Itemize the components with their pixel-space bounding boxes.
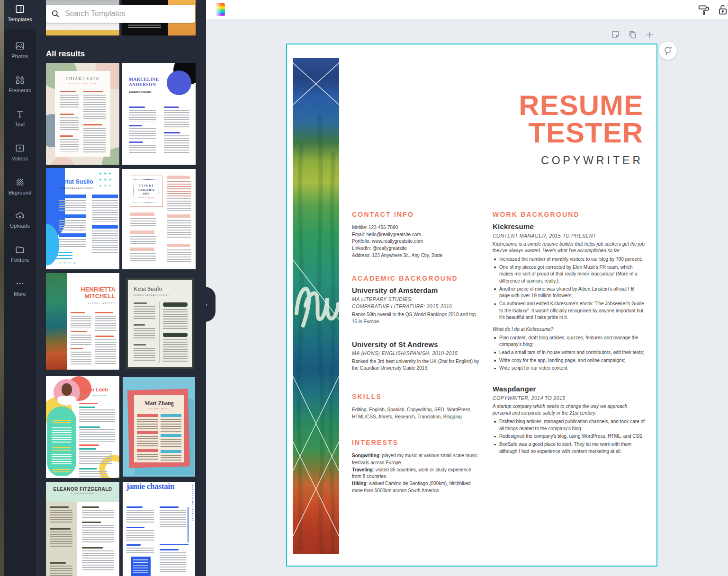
add-note-icon[interactable] xyxy=(611,29,621,42)
templates-panel: All results CHIAKI SATO ACCOUNT EXECUTIV… xyxy=(38,0,206,576)
decor xyxy=(167,214,190,218)
template-thumbnail-itsuki-takaha-shi[interactable]: ITSUKI TAKAHA SHI MEDIA PLANNER xyxy=(122,169,196,269)
decor xyxy=(164,132,180,133)
sidebar-item-photos[interactable]: Photos xyxy=(4,41,36,59)
decor xyxy=(95,336,114,337)
decor xyxy=(95,339,116,365)
decor xyxy=(82,550,114,572)
decor xyxy=(160,510,186,528)
editor-topbar xyxy=(206,0,728,20)
decor xyxy=(92,195,118,198)
list-item: Co-authored and edited Kickresume's eboo… xyxy=(493,301,645,321)
job-bullets: Drafted blog articles, managed publicati… xyxy=(493,418,645,455)
sidebar-item-videos[interactable]: Videos xyxy=(4,143,36,161)
decor xyxy=(130,253,156,263)
canvas-area: RESUME TESTER COPYWRITER CONTACT INFO Mo… xyxy=(206,20,728,576)
decor xyxy=(130,248,154,251)
template-thumbnail-chiaki-sato[interactable]: CHIAKI SATO ACCOUNT EXECUTIVE xyxy=(46,63,119,165)
decor xyxy=(130,213,154,216)
template-thumbnail-ketut-susilo-beige[interactable]: Ketut Susilo NEUROPHARMACOLOGIST xyxy=(126,278,194,369)
decor xyxy=(60,95,79,109)
abstract-painting-image[interactable] xyxy=(293,58,339,554)
contact-lines: Mobile: 123-456-7890Email: hello@reallyg… xyxy=(352,224,482,259)
academic-heading: ACADEMIC BACKGROUND xyxy=(352,275,482,282)
sidebar-item-label: Uploads xyxy=(10,223,30,229)
decor xyxy=(167,249,191,263)
panel-collapse-button[interactable]: ‹ xyxy=(203,287,216,322)
decor xyxy=(134,324,145,326)
duplicate-page-icon[interactable] xyxy=(627,29,638,42)
decor xyxy=(126,506,143,508)
decor xyxy=(59,233,86,237)
template-thumbnail-eleanor-fitzgerald[interactable]: ELEANOR FITZGERALD SIGN DESIGNER xyxy=(46,482,119,576)
decor xyxy=(83,91,103,92)
decor xyxy=(164,110,189,129)
decor xyxy=(79,448,96,450)
sidebar-item-templates[interactable]: Templates xyxy=(4,4,36,22)
template-title: HENRIETTA MITCHELL xyxy=(68,286,116,299)
sidebar-item-elements[interactable]: Elements xyxy=(4,75,36,93)
decor xyxy=(137,419,158,429)
template-thumbnail-jamie-chastain[interactable]: jamie chastain ADVERTISING CREATIVE xyxy=(123,482,195,576)
add-page-icon[interactable] xyxy=(644,29,655,42)
resume-title[interactable]: RESUME TESTER COPYWRITER xyxy=(519,92,643,167)
resume-right-column[interactable]: WORK BACKGROUND Kickresume CONTENT MANAG… xyxy=(493,211,645,494)
template-thumbnail-marceline-anderson[interactable]: MARCELINE ANDERSON Executive Assistant xyxy=(122,63,196,165)
template-thumbnail-matt-zhang[interactable]: Matt Zhang PR SPECIALIST xyxy=(123,377,195,477)
decor xyxy=(137,454,158,461)
decor xyxy=(82,522,101,523)
decor xyxy=(82,547,103,549)
sidebar-item-background[interactable]: Bkground xyxy=(4,177,36,195)
comment-plus-icon xyxy=(663,45,673,56)
decor xyxy=(126,544,141,546)
sidebar-item-label: Videos xyxy=(12,156,28,161)
decor xyxy=(131,557,151,576)
search-input[interactable] xyxy=(64,9,190,18)
template-subtitle: NEUROPHARMACOLOGIST xyxy=(59,187,94,189)
decor xyxy=(71,348,83,349)
list-item: BeeSafe was a good place to start. They … xyxy=(493,441,645,455)
list-item: One of my pieces got corrected by Elon M… xyxy=(493,264,645,285)
sidebar-item-more[interactable]: More xyxy=(4,278,36,297)
decor xyxy=(82,525,114,544)
sidebar-item-text[interactable]: Text xyxy=(4,109,36,127)
list-item: Increased the number of monthly visitors… xyxy=(493,256,645,263)
sidebar-item-folders[interactable]: Folders xyxy=(4,244,36,263)
lock-open-icon[interactable] xyxy=(717,4,728,18)
template-subtitle: MEDIA PLANNER xyxy=(138,197,155,199)
sidebar-item-label: Folders xyxy=(11,257,29,263)
decor xyxy=(79,429,115,442)
paint-roller-icon[interactable] xyxy=(698,4,710,18)
resume-left-column[interactable]: CONTACT INFO Mobile: 123-456-7890Email: … xyxy=(352,211,482,494)
design-page[interactable]: RESUME TESTER COPYWRITER CONTACT INFO Mo… xyxy=(286,44,657,567)
decor xyxy=(163,302,188,307)
template-subtitle: VISUAL ARTIST xyxy=(88,302,116,305)
decor xyxy=(95,312,113,313)
decor xyxy=(71,312,85,313)
list-item: Mobile: 123-456-7890 xyxy=(352,224,482,231)
decor xyxy=(59,214,86,218)
decor xyxy=(160,544,189,545)
decor xyxy=(167,220,191,239)
list-item: Redesigned the company's blog, using Wor… xyxy=(493,433,645,440)
color-swatch-button[interactable] xyxy=(216,3,225,16)
decor xyxy=(163,333,188,337)
decor xyxy=(134,306,155,320)
decor xyxy=(129,142,143,143)
search-icon xyxy=(51,9,60,18)
decor xyxy=(161,450,181,453)
template-subtitle: SIGN DESIGNER xyxy=(46,493,119,495)
template-thumbnail-henrietta-mitchell[interactable]: HENRIETTA MITCHELL VISUAL ARTIST xyxy=(46,273,119,370)
template-subtitle: ACCOUNT EXECUTIVE xyxy=(55,82,110,85)
list-item: Write copy for the app, landing page, an… xyxy=(493,357,645,364)
template-search xyxy=(46,5,195,23)
sidebar-item-uploads[interactable]: Uploads xyxy=(4,210,36,229)
template-thumbnail-ketut-susilo-blue[interactable]: +++ +++ +++ Ketut Susilo NEUROPHARMACOLO… xyxy=(46,168,119,269)
skills-text: Editing, English, Spanish, Copywriting, … xyxy=(352,407,482,420)
add-comment-button[interactable] xyxy=(659,42,677,60)
template-thumbnail-aaron-loeb[interactable]: Aaron Loeb SENIOR CARPENTER xyxy=(46,376,119,478)
decor xyxy=(167,244,190,247)
avatar xyxy=(54,379,80,406)
decor xyxy=(167,176,190,179)
decor xyxy=(159,301,160,363)
